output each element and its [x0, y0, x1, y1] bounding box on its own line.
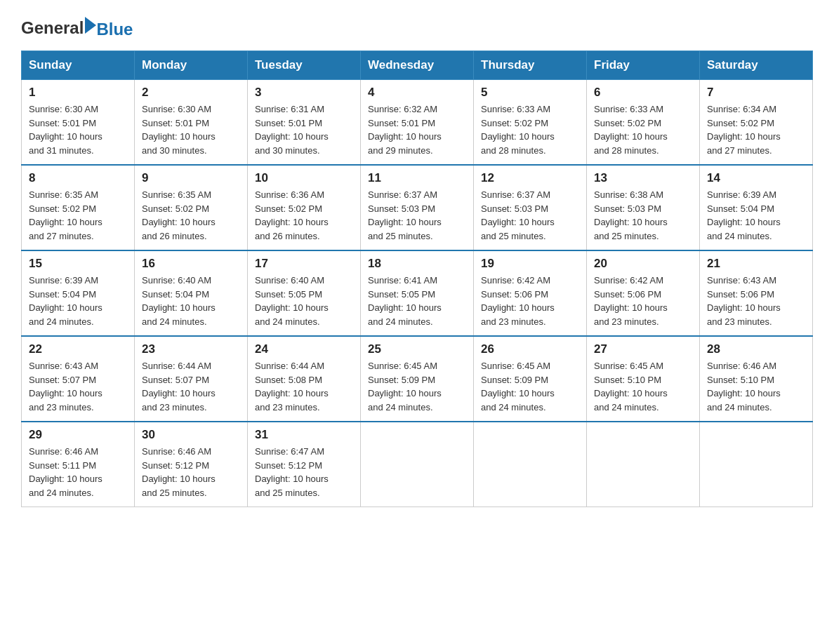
calendar-cell: 11Sunrise: 6:37 AMSunset: 5:03 PMDayligh…: [361, 165, 474, 250]
calendar-week-row: 8Sunrise: 6:35 AMSunset: 5:02 PMDaylight…: [22, 165, 813, 250]
calendar-cell: 18Sunrise: 6:41 AMSunset: 5:05 PMDayligh…: [361, 250, 474, 336]
day-info: Sunrise: 6:44 AMSunset: 5:08 PMDaylight:…: [255, 359, 353, 414]
calendar-cell: 14Sunrise: 6:39 AMSunset: 5:04 PMDayligh…: [700, 165, 813, 250]
calendar-week-row: 1Sunrise: 6:30 AMSunset: 5:01 PMDaylight…: [22, 80, 813, 166]
calendar-cell: [361, 422, 474, 507]
day-number: 8: [29, 171, 127, 185]
day-info: Sunrise: 6:31 AMSunset: 5:01 PMDaylight:…: [255, 102, 353, 157]
day-number: 31: [255, 428, 353, 442]
page-header: GeneralBlue: [21, 14, 813, 38]
calendar-cell: 21Sunrise: 6:43 AMSunset: 5:06 PMDayligh…: [700, 250, 813, 336]
day-info: Sunrise: 6:43 AMSunset: 5:07 PMDaylight:…: [29, 359, 127, 414]
weekday-header-sunday: Sunday: [22, 51, 135, 80]
day-number: 10: [255, 171, 353, 185]
day-info: Sunrise: 6:38 AMSunset: 5:03 PMDaylight:…: [594, 188, 692, 243]
weekday-header-monday: Monday: [135, 51, 248, 80]
calendar-cell: 31Sunrise: 6:47 AMSunset: 5:12 PMDayligh…: [248, 422, 361, 507]
day-info: Sunrise: 6:46 AMSunset: 5:10 PMDaylight:…: [707, 359, 805, 414]
day-info: Sunrise: 6:41 AMSunset: 5:05 PMDaylight:…: [368, 274, 466, 328]
day-number: 11: [368, 171, 466, 185]
day-number: 23: [142, 342, 240, 356]
day-number: 14: [707, 171, 805, 185]
day-number: 2: [142, 86, 240, 100]
day-info: Sunrise: 6:33 AMSunset: 5:02 PMDaylight:…: [481, 102, 579, 157]
calendar-cell: 15Sunrise: 6:39 AMSunset: 5:04 PMDayligh…: [22, 250, 135, 336]
calendar-week-row: 22Sunrise: 6:43 AMSunset: 5:07 PMDayligh…: [22, 336, 813, 422]
day-info: Sunrise: 6:47 AMSunset: 5:12 PMDaylight:…: [255, 445, 353, 499]
day-info: Sunrise: 6:37 AMSunset: 5:03 PMDaylight:…: [481, 188, 579, 243]
day-info: Sunrise: 6:34 AMSunset: 5:02 PMDaylight:…: [707, 102, 805, 157]
day-number: 26: [481, 342, 579, 356]
weekday-header-tuesday: Tuesday: [248, 51, 361, 80]
weekday-header-friday: Friday: [587, 51, 700, 80]
day-info: Sunrise: 6:40 AMSunset: 5:04 PMDaylight:…: [142, 274, 240, 328]
calendar-cell: 29Sunrise: 6:46 AMSunset: 5:11 PMDayligh…: [22, 422, 135, 507]
calendar-cell: [587, 422, 700, 507]
calendar-cell: 9Sunrise: 6:35 AMSunset: 5:02 PMDaylight…: [135, 165, 248, 250]
day-number: 1: [29, 86, 127, 100]
svg-marker-0: [85, 17, 96, 34]
day-info: Sunrise: 6:46 AMSunset: 5:11 PMDaylight:…: [29, 445, 127, 499]
calendar-cell: 17Sunrise: 6:40 AMSunset: 5:05 PMDayligh…: [248, 250, 361, 336]
day-number: 3: [255, 86, 353, 100]
calendar-cell: 30Sunrise: 6:46 AMSunset: 5:12 PMDayligh…: [135, 422, 248, 507]
calendar-cell: 13Sunrise: 6:38 AMSunset: 5:03 PMDayligh…: [587, 165, 700, 250]
calendar-cell: 22Sunrise: 6:43 AMSunset: 5:07 PMDayligh…: [22, 336, 135, 422]
day-number: 4: [368, 86, 466, 100]
calendar-cell: [474, 422, 587, 507]
day-info: Sunrise: 6:45 AMSunset: 5:09 PMDaylight:…: [368, 359, 466, 414]
day-number: 6: [594, 86, 692, 100]
day-number: 27: [594, 342, 692, 356]
calendar-cell: 10Sunrise: 6:36 AMSunset: 5:02 PMDayligh…: [248, 165, 361, 250]
calendar-cell: 26Sunrise: 6:45 AMSunset: 5:09 PMDayligh…: [474, 336, 587, 422]
day-info: Sunrise: 6:40 AMSunset: 5:05 PMDaylight:…: [255, 274, 353, 328]
calendar-week-row: 15Sunrise: 6:39 AMSunset: 5:04 PMDayligh…: [22, 250, 813, 336]
calendar-cell: 23Sunrise: 6:44 AMSunset: 5:07 PMDayligh…: [135, 336, 248, 422]
day-info: Sunrise: 6:42 AMSunset: 5:06 PMDaylight:…: [594, 274, 692, 328]
day-info: Sunrise: 6:30 AMSunset: 5:01 PMDaylight:…: [29, 102, 127, 157]
day-info: Sunrise: 6:45 AMSunset: 5:10 PMDaylight:…: [594, 359, 692, 414]
day-info: Sunrise: 6:32 AMSunset: 5:01 PMDaylight:…: [368, 102, 466, 157]
calendar-cell: 19Sunrise: 6:42 AMSunset: 5:06 PMDayligh…: [474, 250, 587, 336]
calendar-cell: 24Sunrise: 6:44 AMSunset: 5:08 PMDayligh…: [248, 336, 361, 422]
calendar-cell: 3Sunrise: 6:31 AMSunset: 5:01 PMDaylight…: [248, 80, 361, 166]
day-number: 30: [142, 428, 240, 442]
calendar-table: SundayMondayTuesdayWednesdayThursdayFrid…: [21, 51, 813, 507]
day-number: 7: [707, 86, 805, 100]
day-info: Sunrise: 6:39 AMSunset: 5:04 PMDaylight:…: [707, 188, 805, 243]
day-number: 28: [707, 342, 805, 356]
calendar-cell: 25Sunrise: 6:45 AMSunset: 5:09 PMDayligh…: [361, 336, 474, 422]
weekday-header-thursday: Thursday: [474, 51, 587, 80]
day-info: Sunrise: 6:30 AMSunset: 5:01 PMDaylight:…: [142, 102, 240, 157]
day-number: 5: [481, 86, 579, 100]
calendar-cell: [700, 422, 813, 507]
calendar-week-row: 29Sunrise: 6:46 AMSunset: 5:11 PMDayligh…: [22, 422, 813, 507]
day-info: Sunrise: 6:35 AMSunset: 5:02 PMDaylight:…: [29, 188, 127, 243]
calendar-cell: 12Sunrise: 6:37 AMSunset: 5:03 PMDayligh…: [474, 165, 587, 250]
calendar-cell: 5Sunrise: 6:33 AMSunset: 5:02 PMDaylight…: [474, 80, 587, 166]
day-info: Sunrise: 6:35 AMSunset: 5:02 PMDaylight:…: [142, 188, 240, 243]
day-info: Sunrise: 6:37 AMSunset: 5:03 PMDaylight:…: [368, 188, 466, 243]
calendar-cell: 8Sunrise: 6:35 AMSunset: 5:02 PMDaylight…: [22, 165, 135, 250]
logo-blue-text: Blue: [96, 21, 133, 38]
logo: GeneralBlue: [21, 17, 133, 38]
weekday-header-row: SundayMondayTuesdayWednesdayThursdayFrid…: [22, 51, 813, 80]
day-info: Sunrise: 6:36 AMSunset: 5:02 PMDaylight:…: [255, 188, 353, 243]
day-number: 17: [255, 257, 353, 271]
calendar-cell: 28Sunrise: 6:46 AMSunset: 5:10 PMDayligh…: [700, 336, 813, 422]
weekday-header-saturday: Saturday: [700, 51, 813, 80]
day-number: 22: [29, 342, 127, 356]
day-info: Sunrise: 6:43 AMSunset: 5:06 PMDaylight:…: [707, 274, 805, 328]
calendar-cell: 6Sunrise: 6:33 AMSunset: 5:02 PMDaylight…: [587, 80, 700, 166]
calendar-cell: 16Sunrise: 6:40 AMSunset: 5:04 PMDayligh…: [135, 250, 248, 336]
calendar-cell: 7Sunrise: 6:34 AMSunset: 5:02 PMDaylight…: [700, 80, 813, 166]
day-number: 15: [29, 257, 127, 271]
day-number: 25: [368, 342, 466, 356]
day-number: 29: [29, 428, 127, 442]
calendar-cell: 4Sunrise: 6:32 AMSunset: 5:01 PMDaylight…: [361, 80, 474, 166]
weekday-header-wednesday: Wednesday: [361, 51, 474, 80]
day-number: 19: [481, 257, 579, 271]
day-info: Sunrise: 6:39 AMSunset: 5:04 PMDaylight:…: [29, 274, 127, 328]
day-info: Sunrise: 6:44 AMSunset: 5:07 PMDaylight:…: [142, 359, 240, 414]
day-number: 20: [594, 257, 692, 271]
